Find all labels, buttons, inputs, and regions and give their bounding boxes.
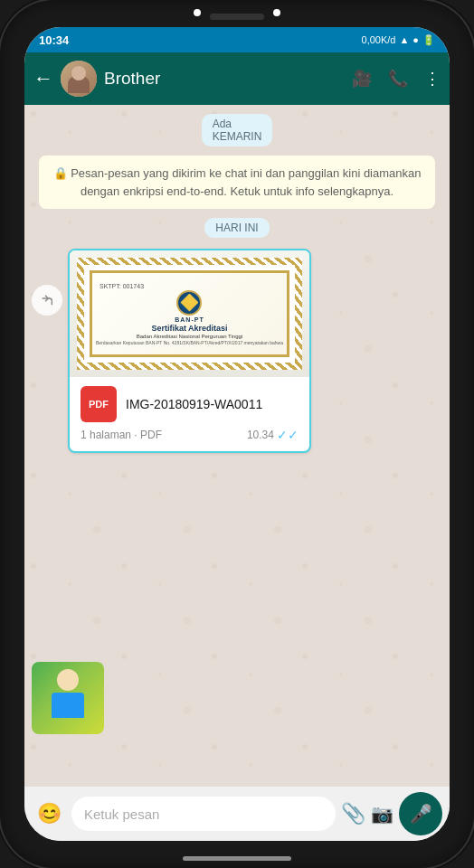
cert-subtitle: Badan Akreditasi Nasional Perguruan Ting…: [137, 334, 242, 339]
cert-line: Berdasarkan Keputusan BAN-PT No. 4281/SK…: [96, 340, 283, 345]
header-icons: 🎥 📞 ⋮: [352, 69, 441, 89]
more-options-icon[interactable]: ⋮: [424, 69, 441, 89]
back-button[interactable]: ←: [33, 67, 53, 90]
pdf-icon: PDF: [81, 386, 117, 422]
status-icons: 0,00K/d ▲ ● 🔋: [362, 34, 435, 46]
nav-dot-left: [194, 9, 201, 16]
avatar[interactable]: [61, 61, 97, 97]
message-input-field[interactable]: Ketuk pesan: [71, 797, 336, 831]
input-placeholder: Ketuk pesan: [84, 807, 159, 822]
pdf-filename: IMG-20180919-WA0011: [126, 397, 262, 411]
sticker-person: [45, 669, 90, 728]
pdf-details: 1 halaman · PDF: [81, 429, 162, 441]
cert-logo: [176, 290, 202, 316]
pdf-meta: 1 halaman · PDF 10.34 ✓✓: [70, 428, 309, 451]
pdf-file-info: PDF IMG-20180919-WA0011: [70, 377, 309, 428]
chat-header: ← Brother 🎥 📞 ⋮: [24, 52, 450, 105]
cert-title: Sertifikat Akreditasi: [151, 324, 227, 333]
video-call-icon[interactable]: 🎥: [352, 69, 372, 89]
cert-logo-inner: [180, 294, 198, 312]
attach-button[interactable]: 📎: [341, 802, 365, 826]
cert-sktpt: SKTPT: 001743: [100, 283, 144, 289]
camera-button[interactable]: 📷: [371, 803, 393, 825]
avatar-image: [61, 61, 97, 97]
sticker-image: [32, 662, 104, 734]
date-badge-today: HARI INI: [204, 218, 269, 238]
emoji-button[interactable]: 😊: [32, 797, 66, 831]
forward-button[interactable]: [32, 285, 62, 316]
status-time: 10:34: [39, 33, 69, 47]
message-input-bar: 😊 Ketuk pesan 📎 📷 🎤: [24, 787, 450, 841]
contact-name[interactable]: Brother: [104, 69, 345, 89]
pdf-time: 10.34 ✓✓: [247, 428, 299, 442]
pdf-preview: SKTPT: 001743 BAN-PT Sertifikat Akredita…: [70, 250, 309, 377]
sticker-overlay: [32, 662, 104, 734]
security-message[interactable]: 🔒 Pesan-pesan yang dikirim ke chat ini d…: [39, 156, 435, 209]
nav-dot-right: [273, 9, 280, 16]
phone-frame: 10:34 0,00K/d ▲ ● 🔋 ← Brother 🎥 📞 ⋮: [0, 0, 474, 868]
cert-ban-pt: BAN-PT: [175, 316, 204, 323]
cert-preview: SKTPT: 001743 BAN-PT Sertifikat Akredita…: [77, 258, 302, 370]
mic-button[interactable]: 🎤: [399, 792, 442, 835]
voice-call-icon[interactable]: 📞: [388, 69, 408, 89]
status-bar: 10:34 0,00K/d ▲ ● 🔋: [24, 27, 450, 52]
date-badge-yesterday: Ada KEMARIN: [202, 114, 273, 146]
read-receipt-icon: ✓✓: [277, 428, 299, 442]
sticker-head: [57, 669, 79, 691]
pdf-bubble[interactable]: SKTPT: 001743 BAN-PT Sertifikat Akredita…: [68, 249, 311, 453]
pdf-message-container: SKTPT: 001743 BAN-PT Sertifikat Akredita…: [32, 249, 311, 453]
nav-dots: [194, 9, 280, 16]
mic-icon: 🎤: [410, 803, 432, 825]
sticker-body: [52, 693, 84, 718]
wifi-icon: ▲: [399, 34, 409, 45]
phone-screen: 10:34 0,00K/d ▲ ● 🔋 ← Brother 🎥 📞 ⋮: [24, 27, 450, 841]
cert-inner: SKTPT: 001743 BAN-PT Sertifikat Akredita…: [90, 270, 289, 357]
battery-icon: 🔋: [422, 34, 435, 46]
signal-icon: ●: [412, 34, 419, 45]
home-indicator: [183, 856, 291, 861]
chat-area: Ada KEMARIN 🔒 Pesan-pesan yang dikirim k…: [24, 105, 450, 787]
network-speed: 0,00K/d: [362, 34, 396, 45]
